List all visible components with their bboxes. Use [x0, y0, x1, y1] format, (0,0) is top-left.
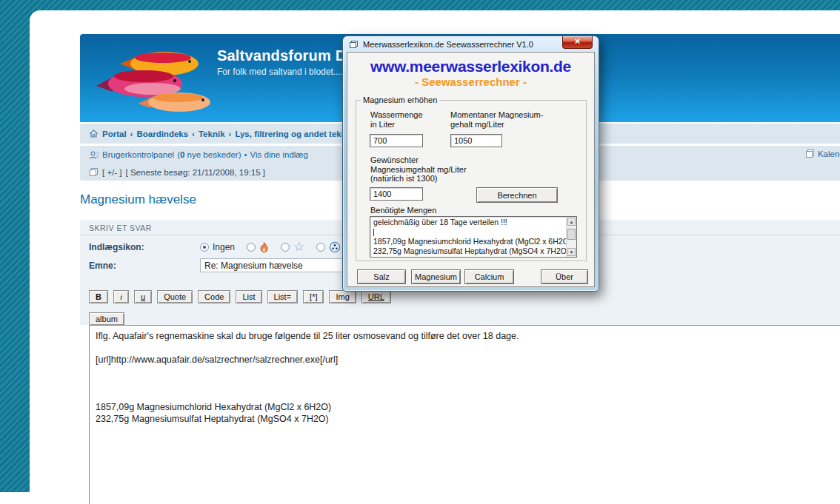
page-title: Magnesium hævelse: [80, 192, 196, 207]
pages-icon: [89, 167, 99, 177]
home-icon: [89, 129, 99, 138]
breadcrumb-teknik[interactable]: Teknik: [199, 130, 225, 138]
current-magnesium-input[interactable]: [450, 134, 502, 147]
fire-icon: [259, 242, 269, 253]
target-magnesium-label: Gewünschter Magnesiumgehalt mg/Liter (na…: [370, 155, 467, 184]
bbcode-listitem-button[interactable]: [*]: [303, 290, 324, 303]
scroll-up-arrow[interactable]: ▲: [567, 218, 576, 226]
dotted-circle-icon: [329, 241, 341, 253]
result-line: [373, 227, 564, 237]
text-cursor: [373, 229, 374, 236]
magnesium-tab-button[interactable]: Magnesium: [411, 269, 461, 284]
calculator-window: Meerwasserlexikon.de Seewasserrechner V1…: [342, 36, 599, 292]
breadcrumb-separator: ‹: [130, 130, 133, 138]
result-line: 232,75g Magnesiumsulfat Heptahydrat (MgS…: [373, 246, 564, 256]
site-subtitle: For folk med saltvand i blodet....: [217, 67, 357, 77]
new-messages-count: (0 nye beskeder): [177, 150, 241, 159]
about-button[interactable]: Über: [541, 269, 588, 284]
scroll-down-arrow[interactable]: ▼: [567, 248, 576, 256]
last-visit-text: [ Seneste besøg: 21/11/2008, 19:15 ]: [126, 168, 265, 177]
window-titlebar[interactable]: Meerwasserlexikon.de Seewasserrechner V1…: [343, 36, 599, 52]
bbcode-code-button[interactable]: Code: [198, 290, 230, 303]
post-icon-radio-balls[interactable]: [316, 241, 341, 253]
bbcode-img-button[interactable]: Img: [329, 290, 356, 303]
bbcode-underline-button[interactable]: u: [134, 290, 152, 303]
post-icon-radio-fire[interactable]: [247, 242, 269, 253]
breadcrumb-boardindex[interactable]: Boardindeks: [136, 130, 188, 138]
radio-icon: [281, 243, 290, 252]
app-header-subtitle: - Seewasserrechner -: [347, 75, 594, 88]
star-icon: ☆: [293, 243, 304, 252]
results-listbox[interactable]: geleichmäßig über 18 Tage verteilen !!! …: [370, 216, 577, 258]
current-magnesium-label: Momentaner Magnesium- gehalt mg/Liter: [450, 110, 543, 130]
radio-selected-icon: [200, 243, 209, 252]
message-textarea[interactable]: Iflg. Aquafair's regnemaskine skal du br…: [89, 325, 840, 504]
calendar-icon: [805, 149, 815, 158]
window-icon: [349, 40, 359, 49]
fish-logo: [92, 43, 215, 114]
user-icon: [89, 150, 99, 160]
post-icon-radio-none[interactable]: Ingen: [200, 242, 235, 252]
site-title: Saltvandsforum DK: [217, 47, 357, 64]
bbcode-list-eq-button[interactable]: List=: [267, 290, 299, 303]
album-button[interactable]: album: [89, 312, 124, 326]
results-label: Benötigte Mengen: [370, 206, 436, 215]
bbcode-list-button[interactable]: List: [236, 290, 261, 303]
expand-toggle[interactable]: [ +/- ]: [102, 168, 122, 177]
breadcrumb-portal[interactable]: Portal: [102, 130, 127, 138]
salz-tab-button[interactable]: Salz: [357, 269, 406, 284]
breadcrumb-separator: ‹: [192, 130, 195, 138]
magnesium-groupbox: Magnesium erhöhen Wassermenge in Liter M…: [356, 100, 587, 261]
listbox-scrollbar[interactable]: ▲ ▼: [566, 217, 576, 257]
bbcode-bold-button[interactable]: B: [89, 290, 108, 303]
water-amount-label: Wassermenge in Liter: [370, 110, 423, 130]
groupbox-title: Magnesium erhöhen: [361, 95, 439, 104]
breadcrumb-forum[interactable]: Lys, filtrering og andet teknik: [235, 130, 353, 138]
app-header-url: www.meerwasserlexikon.de: [347, 58, 594, 75]
bbcode-url-button[interactable]: URL: [361, 290, 391, 303]
water-amount-input[interactable]: [370, 134, 423, 147]
page-bottom-edge: [0, 492, 30, 504]
bullet-separator: •: [244, 150, 247, 159]
window-title: Meerwasserlexikon.de Seewasserrechner V1…: [363, 40, 533, 49]
scrollbar-thumb[interactable]: [567, 229, 576, 240]
calculate-button[interactable]: Berechnen: [476, 187, 558, 203]
result-line: geleichmäßig über 18 Tage verteilen !!!: [373, 218, 564, 227]
post-icon-radio-star[interactable]: ☆: [281, 243, 304, 252]
bbcode-quote-button[interactable]: Quote: [157, 290, 193, 303]
post-icon-label: Indlægsikon:: [89, 242, 200, 252]
radio-icon: [247, 243, 256, 252]
target-magnesium-input[interactable]: [370, 187, 423, 201]
bbcode-toolbar: B i u Quote Code List List= [*] Img URL: [89, 290, 391, 303]
subject-label: Emne:: [89, 261, 200, 271]
close-button[interactable]: ×: [562, 36, 593, 49]
calculator-body: www.meerwasserlexikon.de - Seewasserrech…: [347, 52, 595, 287]
view-your-posts-link[interactable]: Vis dine indlæg: [250, 150, 308, 159]
result-line: 1857,09g Magnesiumchlorid Hexahydrat (Mg…: [373, 237, 564, 246]
user-control-panel-link[interactable]: Brugerkontrolpanel: [102, 150, 174, 159]
calcium-tab-button[interactable]: Calcium: [464, 269, 514, 284]
breadcrumb-separator: ‹: [229, 130, 232, 138]
radio-icon: [316, 243, 325, 252]
calendar-link[interactable]: Kalender: [805, 149, 840, 158]
bbcode-italic-button[interactable]: i: [113, 290, 129, 303]
